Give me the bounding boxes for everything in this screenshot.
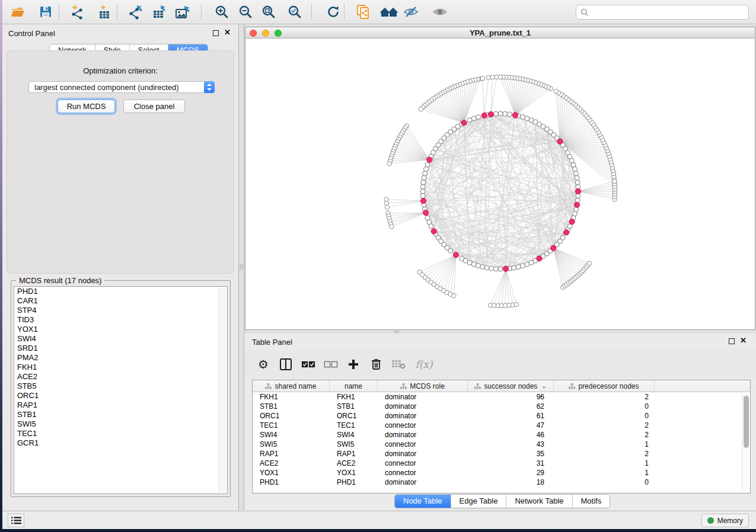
mcds-result-item[interactable]: GCR1: [14, 438, 227, 448]
network-hub-node[interactable]: [551, 245, 556, 251]
cell-name[interactable]: SWI4: [330, 430, 378, 440]
network-node[interactable]: [421, 180, 426, 185]
network-node[interactable]: [429, 224, 433, 229]
network-node[interactable]: [521, 115, 525, 120]
network-leaf-node[interactable]: [490, 75, 495, 79]
network-hub-node[interactable]: [557, 139, 563, 144]
network-node[interactable]: [422, 175, 426, 180]
network-leaf-node[interactable]: [587, 261, 591, 265]
network-hub-node[interactable]: [481, 113, 487, 118]
criterion-dropdown[interactable]: largest connected component (undirected): [28, 81, 215, 93]
network-graph[interactable]: [245, 39, 755, 329]
network-node[interactable]: [560, 235, 565, 240]
mcds-list-scrollbar[interactable]: [218, 287, 227, 493]
network-hub-node[interactable]: [431, 229, 436, 234]
close-panel-button[interactable]: Close panel: [123, 100, 185, 113]
tab-network-table[interactable]: Network Table: [506, 495, 572, 508]
cell-predecessors[interactable]: 1: [554, 468, 655, 477]
mcds-result-item[interactable]: STP4: [14, 306, 227, 315]
mcds-result-item[interactable]: SWI5: [14, 419, 227, 429]
cell-successors[interactable]: 47: [468, 421, 554, 430]
network-node[interactable]: [424, 166, 429, 171]
tab-motifs[interactable]: Motifs: [573, 495, 610, 508]
mcds-result-item[interactable]: TID3: [14, 315, 227, 325]
cell-predecessors[interactable]: 2: [554, 392, 655, 402]
show-panels-menu-button[interactable]: [8, 514, 24, 527]
mcds-result-item[interactable]: CAR1: [14, 296, 227, 306]
cell-successors[interactable]: 43: [468, 440, 554, 449]
new-network-from-selection-icon[interactable]: [353, 2, 374, 21]
cell-name[interactable]: PHD1: [330, 477, 378, 487]
cell-name[interactable]: ACE2: [330, 459, 378, 468]
column-header-name[interactable]: name: [330, 380, 378, 392]
network-node[interactable]: [476, 264, 480, 268]
import-network-icon[interactable]: [66, 2, 88, 21]
run-mcds-button[interactable]: Run MCDS: [58, 100, 115, 113]
cell-role[interactable]: connector: [378, 459, 468, 468]
mcds-result-item[interactable]: PMA2: [14, 353, 227, 363]
settings-gear-icon[interactable]: ⚙: [256, 358, 270, 370]
cell-role[interactable]: connector: [378, 468, 468, 477]
cell-shared_name[interactable]: SWI5: [253, 440, 330, 449]
export-network-icon[interactable]: [125, 2, 146, 21]
network-hub-node[interactable]: [423, 210, 429, 216]
network-node[interactable]: [493, 111, 498, 116]
cell-name[interactable]: RAP1: [330, 449, 378, 459]
network-hub-node[interactable]: [503, 266, 509, 271]
cell-predecessors[interactable]: 2: [554, 449, 655, 459]
export-image-icon[interactable]: [172, 2, 193, 21]
show-all-icon[interactable]: [429, 2, 451, 21]
mcds-result-item[interactable]: SWI4: [14, 334, 227, 344]
scrollbar-thumb[interactable]: [744, 396, 749, 448]
network-node[interactable]: [423, 171, 428, 176]
mcds-result-item[interactable]: SRD1: [14, 344, 227, 353]
memory-button[interactable]: Memory: [701, 514, 749, 527]
mcds-result-item[interactable]: PHD1: [14, 287, 227, 296]
deselect-all-checkboxes-icon[interactable]: [324, 360, 338, 368]
import-table-icon[interactable]: [94, 2, 115, 21]
cell-successors[interactable]: 61: [468, 411, 554, 421]
cell-shared_name[interactable]: FKH1: [253, 392, 330, 402]
network-window-titlebar[interactable]: YPA_prune.txt_1: [245, 27, 755, 39]
float-panel-icon[interactable]: [729, 338, 735, 344]
mcds-result-item[interactable]: RAP1: [14, 400, 227, 410]
splitter-grip[interactable]: [240, 264, 243, 270]
search-box[interactable]: [576, 5, 749, 20]
cell-role[interactable]: dominator: [378, 402, 468, 411]
zoom-selected-icon[interactable]: [284, 2, 305, 21]
network-leaf-node[interactable]: [613, 180, 617, 184]
cell-shared_name[interactable]: ACE2: [253, 459, 330, 468]
network-hub-node[interactable]: [569, 219, 575, 225]
network-node[interactable]: [503, 111, 508, 116]
first-neighbors-icon[interactable]: [378, 2, 400, 21]
network-node[interactable]: [489, 266, 494, 271]
cell-successors[interactable]: 62: [468, 402, 554, 411]
mcds-result-item[interactable]: ORC1: [14, 391, 227, 400]
cell-predecessors[interactable]: 0: [554, 402, 655, 411]
table-row[interactable]: RAP1RAP1dominator352: [253, 449, 750, 459]
save-session-icon[interactable]: [35, 2, 56, 21]
network-leaf-node[interactable]: [390, 225, 394, 229]
column-header-MCDS-role[interactable]: MCDS role: [378, 380, 468, 392]
cell-shared_name[interactable]: ORC1: [253, 411, 330, 421]
cell-name[interactable]: YOX1: [330, 468, 378, 477]
network-node[interactable]: [448, 248, 453, 253]
network-node[interactable]: [420, 194, 425, 198]
network-hub-node[interactable]: [537, 256, 542, 261]
tab-node-table[interactable]: Node Table: [395, 495, 451, 508]
network-node[interactable]: [420, 184, 425, 189]
open-file-icon[interactable]: [7, 2, 28, 21]
cell-name[interactable]: TEC1: [330, 421, 378, 430]
cell-predecessors[interactable]: 2: [554, 430, 655, 440]
cell-role[interactable]: dominator: [378, 449, 468, 459]
column-header-predecessor-nodes[interactable]: predecessor nodes: [554, 380, 655, 392]
network-hub-node[interactable]: [512, 113, 518, 118]
network-node[interactable]: [498, 267, 503, 271]
network-leaf-node[interactable]: [385, 205, 389, 209]
network-node[interactable]: [574, 171, 579, 176]
network-hub-node[interactable]: [420, 198, 426, 203]
network-leaf-node[interactable]: [452, 294, 456, 298]
search-input[interactable]: [592, 8, 748, 17]
cell-role[interactable]: dominator: [378, 477, 468, 487]
network-hub-node[interactable]: [488, 111, 493, 117]
